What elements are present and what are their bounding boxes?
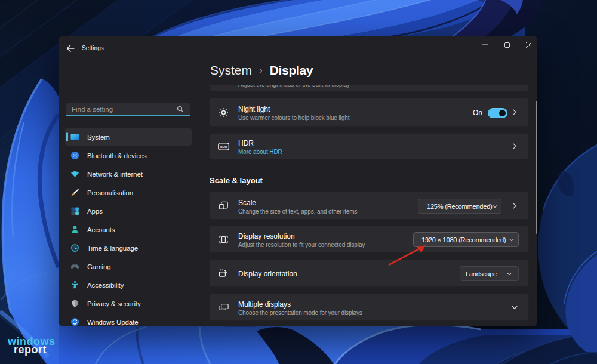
- svg-text:HDR: HDR: [220, 145, 227, 149]
